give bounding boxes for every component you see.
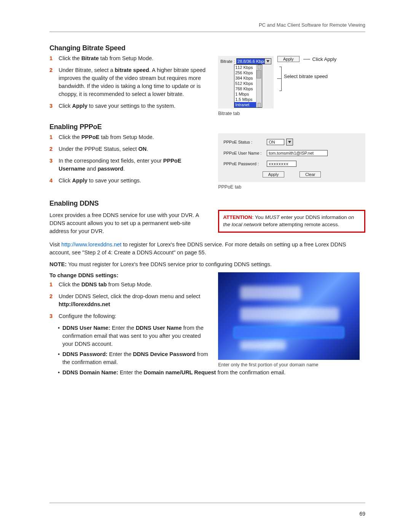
heading-bitrate: Changing Bitrate Speed <box>49 44 365 52</box>
bitrate-step1: Click the Bitrate tab from Setup Mode. <box>59 54 153 62</box>
ddns-bullet-domain: DDNS Domain Name: Enter the Domain name/… <box>58 369 365 377</box>
ddns-step1: Click the DDNS tab from Setup Mode. <box>59 281 152 289</box>
lorexddns-link[interactable]: http://www.lorexddns.net <box>61 241 121 248</box>
bitrate-step3: Click Apply to save your settings to the… <box>59 102 175 110</box>
pppoe-status-label: PPPoE Status : <box>223 140 264 144</box>
pppoe-step2: Under the PPPoE Status, select ON. <box>59 145 148 153</box>
ddns-note: NOTE: You must register for Lorex's free… <box>49 260 365 268</box>
ddns-change-heading: To change DDNS settings: <box>49 272 209 278</box>
step-number: 4 <box>49 177 55 185</box>
chevron-down-icon[interactable] <box>264 59 271 64</box>
ddns-intro: Lorex provides a free DDNS service for u… <box>49 211 209 235</box>
bitrate-step2: Under Bitrate, select a bitrate speed. A… <box>59 66 209 98</box>
step-number: 1 <box>49 54 55 62</box>
page-header-title: PC and Mac Client Software for Remote Vi… <box>49 22 365 28</box>
heading-ddns: Enabling DDNS <box>49 200 365 208</box>
step-number: 2 <box>49 66 55 98</box>
scrollbar[interactable] <box>256 65 262 107</box>
bitrate-selected: 28.8/36.6 Kbps <box>237 59 264 64</box>
pppoe-username-input[interactable]: tom.tomsmith1@ISP.net <box>267 150 328 156</box>
callout-select-bitrate: Select bitrate speed <box>284 65 328 79</box>
scrollbar-thumb[interactable] <box>256 70 261 78</box>
bitrate-combobox[interactable]: 28.8/36.6 Kbps <box>236 58 271 64</box>
chevron-down-icon[interactable] <box>286 139 293 145</box>
footer-rule <box>49 503 365 503</box>
pppoe-step4: Click Apply to save your settings. <box>59 177 141 185</box>
ddns-step3: Configure the following: <box>59 312 116 320</box>
step-number: 1 <box>49 281 55 289</box>
heading-pppoe: Enabling PPPoE <box>49 123 365 131</box>
page: PC and Mac Client Software for Remote Vi… <box>0 0 411 532</box>
ddns-bullet-password: DDNS Password: Enter the DDNS Device Pas… <box>58 350 209 366</box>
ddns-step2: Under DDNS Select, click the drop-down m… <box>59 292 209 308</box>
pppoe-widget: PPPoE Status : ON PPPoE User Name : tom.… <box>218 133 365 182</box>
page-number: 69 <box>359 511 365 517</box>
pppoe-caption: PPPoE tab <box>218 184 365 190</box>
ddns-screenshot <box>218 272 360 360</box>
bitrate-options-list[interactable]: 112 Kbps 256 Kbps 384 Kbps 512 Kbps 768 … <box>234 64 262 108</box>
step-number: 2 <box>49 145 55 153</box>
brace-icon <box>277 67 282 91</box>
ddns-img-caption: Enter only the first portion of your dom… <box>218 362 365 367</box>
pppoe-pass-label: PPPoE Password : <box>223 161 264 166</box>
ddns-visit: Visit http://www.lorexddns.net to regist… <box>49 241 365 257</box>
bitrate-caption: Bitrate tab <box>218 111 365 116</box>
clear-button[interactable]: Clear <box>299 171 321 177</box>
pppoe-status-select[interactable]: ON <box>267 139 284 145</box>
apply-button[interactable]: Apply <box>263 171 285 177</box>
pppoe-user-label: PPPoE User Name : <box>223 151 264 155</box>
step-number: 1 <box>49 133 55 141</box>
step-number: 2 <box>49 292 55 308</box>
bitrate-label: Bitrate : <box>220 59 235 64</box>
pppoe-step3: In the corresponding text fields, enter … <box>59 157 209 173</box>
step-number: 3 <box>49 157 55 173</box>
pppoe-step1: Click the PPPoE tab from Setup Mode. <box>59 133 154 141</box>
attention-box: ATTENTION: You MUST enter your DDNS info… <box>218 210 365 233</box>
callout-apply: Click Apply <box>303 56 337 62</box>
header-rule <box>49 32 365 32</box>
bitrate-widget: Bitrate : 28.8/36.6 Kbps 112 Kbps 256 Kb… <box>218 54 365 116</box>
step-number: 3 <box>49 102 55 110</box>
step-number: 3 <box>49 312 55 320</box>
ddns-bullet-username: DDNS User Name: Enter the DDNS User Name… <box>58 324 209 348</box>
apply-button[interactable]: Apply <box>277 56 299 62</box>
pppoe-password-input[interactable]: xxxxxxxx <box>267 161 296 167</box>
